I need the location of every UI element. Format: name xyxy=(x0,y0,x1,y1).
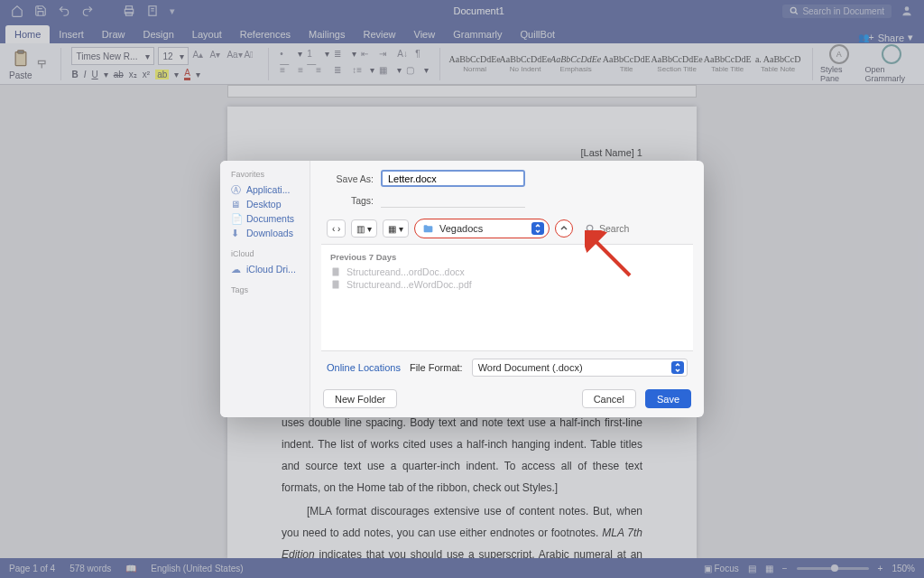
save-sidebar: Favorites ⒶApplicati... 🖥Desktop 📄Docume… xyxy=(220,161,310,417)
sidebar-item-applications[interactable]: ⒶApplicati... xyxy=(226,182,304,197)
back-forward[interactable]: ‹ › xyxy=(327,219,346,238)
tags-label: Tags: xyxy=(327,195,374,206)
location-chevron-icon xyxy=(531,222,544,235)
file-format-label: File Format: xyxy=(410,362,463,373)
icloud-header: iCloud xyxy=(226,249,304,258)
svg-rect-10 xyxy=(333,281,339,289)
docx-icon xyxy=(330,266,341,277)
save-dialog: Favorites ⒶApplicati... 🖥Desktop 📄Docume… xyxy=(220,161,704,417)
svg-rect-9 xyxy=(333,268,339,276)
cancel-button[interactable]: Cancel xyxy=(582,389,636,408)
chevron-up-icon xyxy=(559,224,568,233)
location-select[interactable]: Vegadocs xyxy=(414,219,550,238)
expand-toggle[interactable] xyxy=(555,219,573,238)
new-folder-button[interactable]: New Folder xyxy=(323,389,397,408)
cloud-icon: ☁ xyxy=(231,264,242,275)
dialog-search[interactable] xyxy=(586,223,653,234)
file-list[interactable]: Previous 7 Days Structureand...ordDoc..d… xyxy=(321,244,693,351)
sidebar-item-icloud[interactable]: ☁iCloud Dri... xyxy=(226,262,304,276)
dialog-search-input[interactable] xyxy=(599,223,653,234)
format-chevron-icon xyxy=(671,361,684,374)
desktop-icon: 🖥 xyxy=(231,199,242,210)
sidebar-item-desktop[interactable]: 🖥Desktop xyxy=(226,197,304,211)
save-as-input[interactable] xyxy=(381,170,525,187)
documents-icon: 📄 xyxy=(231,213,242,224)
save-dialog-main: Save As: Tags: ‹ › ▥ ▾ ▦ ▾ Vegadocs xyxy=(310,161,704,417)
downloads-icon: ⬇ xyxy=(231,228,242,238)
file-row[interactable]: Structureand...ordDoc..docx xyxy=(330,266,684,278)
location-name: Vegadocs xyxy=(439,223,483,234)
view-grid-icon[interactable]: ▦ ▾ xyxy=(383,219,409,238)
file-format-select[interactable]: Word Document (.docx) xyxy=(472,359,688,377)
view-columns-icon[interactable]: ▥ ▾ xyxy=(351,219,377,238)
date-group-header: Previous 7 Days xyxy=(330,252,684,262)
sidebar-item-downloads[interactable]: ⬇Downloads xyxy=(226,226,304,240)
save-button[interactable]: Save xyxy=(645,389,691,408)
file-row[interactable]: Structureand...eWordDoc..pdf xyxy=(330,278,684,291)
folder-icon xyxy=(422,223,434,235)
search-icon xyxy=(586,224,596,234)
app-icon: Ⓐ xyxy=(231,184,242,195)
svg-point-8 xyxy=(587,225,592,230)
pdf-icon xyxy=(330,279,341,290)
sidebar-item-documents[interactable]: 📄Documents xyxy=(226,211,304,226)
save-as-label: Save As: xyxy=(327,173,374,184)
tags-header: Tags xyxy=(226,285,304,294)
online-locations-button[interactable]: Online Locations xyxy=(327,362,401,373)
favorites-header: Favorites xyxy=(226,170,304,179)
tags-input[interactable] xyxy=(381,192,525,208)
